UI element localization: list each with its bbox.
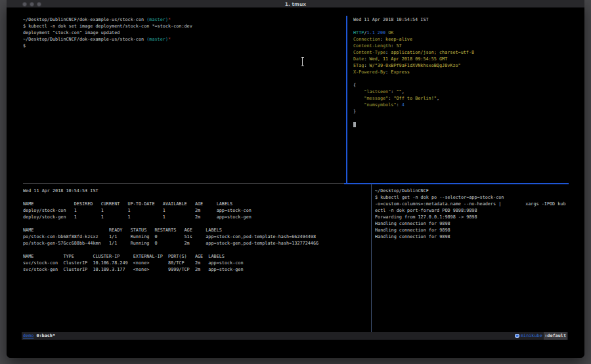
terminal-line: Handling connection for 9898 [375,220,584,227]
terminal-line: ~/Desktop/DublinCNCF [375,188,584,194]
tmux-session-name[interactable]: demo [23,332,33,340]
terminal-line: "message": "Off to Berlin!", [353,95,570,102]
terminal-text-segment: : [380,37,385,42]
terminal-line: Wed 11 Apr 2018 10:54:54 IST [353,16,570,23]
terminal-text-segment: "numsymbols" [353,102,396,108]
tmux-terminal: ~/Desktop/DublinCNCF/dok-example-us/stoc… [7,8,584,358]
terminal-line: Handling connection for 9898 [375,233,584,240]
terminal-line: } [353,108,570,115]
terminal-text-segment: (master) [146,17,168,22]
terminal-line: $ kubectl get -n dok po --selector=app=s… [375,194,584,201]
kube-context-label: minikube [521,332,542,340]
terminal-line: Handling connection for 9898 [375,227,584,233]
terminal-window: 1. tmux ~/Desktop/DublinCNCF/dok-example… [7,0,584,358]
terminal-text-segment: * [168,17,171,22]
terminal-line: po/stock-gen-576cc688bb-44kmn 1/1 Runnin… [23,240,370,247]
terminal-line [23,247,370,253]
terminal-line: svc/stock-gen ClusterIP 10.109.3.177 <no… [23,266,370,273]
terminal-text-segment: W/"39-0xBPf9aF1dXVNkhsxoBQgJ8vKzo" [370,63,461,68]
terminal-line [23,220,370,227]
terminal-line: HTTP/1.1 200 OK [353,30,570,36]
terminal-line: deployment "stock-con" image updated [23,30,346,36]
pane-border-vertical-active[interactable] [346,16,347,183]
terminal-line [353,121,570,128]
kubernetes-helm-icon [515,334,519,338]
terminal-line: Content-Type: application/json; charset=… [353,49,570,56]
kube-namespace-label: :default [544,332,567,340]
terminal-line: Wed 11 Apr 2018 10:54:53 IST [23,188,370,194]
terminal-text-segment: : [396,102,401,108]
terminal-line [353,115,570,121]
pane-shell-kubectl-set-image[interactable]: ~/Desktop/DublinCNCF/dok-example-us/stoc… [23,16,346,180]
terminal-text-segment: , [437,96,439,101]
pane-border-horizontal-active[interactable] [344,183,569,184]
terminal-text-segment: Wed, 11 Apr 2018 09:54:55 GMT [370,56,448,62]
terminal-line: ~/Desktop/DublinCNCF/dok-example-us/stoc… [23,16,346,23]
terminal-text-segment: Connection [353,37,380,42]
terminal-text-segment: application/json; charset=utf-8 [391,50,474,55]
pane-port-forward-log[interactable]: ~/Desktop/DublinCNCF$ kubectl get -n dok… [375,188,584,329]
terminal-text-segment: Date [353,56,364,62]
terminal-line: ~/Desktop/DublinCNCF/dok-example-us/stoc… [23,36,346,43]
screen: 1. tmux ~/Desktop/DublinCNCF/dok-example… [0,0,591,364]
terminal-line: NAME READY STATUS RESTARTS AGE LABELS [23,227,370,233]
terminal-line: ETag: W/"39-0xBPf9aF1dXVNkhsxoBQgJ8vKzo" [353,62,570,69]
terminal-text-segment: 1.1 200 [366,30,385,35]
terminal-text-segment: Content-Length [353,43,391,49]
terminal-line [23,194,370,201]
terminal-line: deploy/stock-gen 1 1 1 1 2m app=stock-ge… [23,214,370,220]
terminal-text-segment: keep-alive [385,37,412,42]
terminal-line: X-Powered-By: Express [353,69,570,75]
terminal-text-segment: HTTP [353,30,364,35]
terminal-line: $ [23,43,346,49]
terminal-line: Content-Length: 57 [353,43,570,49]
tmux-status-bar: demo 0:bash* minikube :default [22,332,568,340]
terminal-line: "numsymbols": 4 [353,102,570,108]
terminal-line: po/stock-con-bb68f88fd-kzsxz 1/1 Running… [23,233,370,240]
terminal-text-segment: : [364,56,369,62]
terminal-line: Forwarding from 127.0.0.1:9898 -> 9898 [375,214,584,220]
terminal-line: Connection: keep-alive [353,36,570,43]
terminal-line: NAME DESIRED CURRENT UP-TO-DATE AVAILABL… [23,201,370,207]
terminal-line: NAME TYPE CLUSTER-IP EXTERNAL-IP PORT(S)… [23,253,370,260]
terminal-line [353,23,570,30]
terminal-text-segment: ~/Desktop/DublinCNCF/dok-example-us/stoc… [23,37,146,42]
ibeam-mouse-cursor [301,57,304,66]
terminal-text-segment: "lastseen" [353,89,391,94]
window-titlebar[interactable]: 1. tmux [7,0,584,8]
terminal-text-segment: X-Powered-By [353,70,385,75]
terminal-line: "lastseen": "", [353,89,570,95]
terminal-text-segment: : [364,63,369,68]
terminal-line: deploy/stock-con 1 1 1 1 2m app=stock-co… [23,207,370,214]
terminal-line: -o=custom-columns=:metadata.name --no-he… [375,201,584,207]
terminal-text-segment: "message" [353,96,388,101]
status-right: minikube :default [515,332,567,340]
tmux-window-label[interactable]: 0:bash* [36,332,55,340]
status-left: demo 0:bash* [23,332,55,340]
pane-border-vertical-inactive[interactable] [371,184,372,332]
terminal-line: Date: Wed, 11 Apr 2018 09:54:55 GMT [353,56,570,62]
terminal-text-segment: OK [388,30,393,35]
terminal-text-segment: , [402,89,405,94]
terminal-line [353,75,570,82]
terminal-text-segment: * [168,37,171,42]
terminal-text-segment: Content-Type [353,50,385,55]
terminal-text-segment: 4 [402,102,405,108]
terminal-line: svc/stock-con ClusterIP 10.106.78.249 <n… [23,260,370,266]
pane-http-response[interactable]: Wed 11 Apr 2018 10:54:54 ISTHTTP/1.1 200… [353,16,570,180]
terminal-block-cursor [353,122,356,127]
terminal-text-segment: "" [396,89,401,94]
terminal-text-segment: (master) [146,37,168,42]
pane-kubectl-get-watch[interactable]: Wed 11 Apr 2018 10:54:53 ISTNAME DESIRED… [23,188,370,329]
terminal-text-segment: ETag [353,63,364,68]
terminal-text-segment: "Off to Berlin!" [393,96,436,101]
terminal-line: $ kubectl -n dok set image deployment/st… [23,23,346,30]
terminal-line: { [353,82,570,89]
terminal-text-segment: Express [391,70,410,75]
terminal-text-segment: ~/Desktop/DublinCNCF/dok-example-us/stoc… [23,17,146,22]
pane-border-horizontal-inactive[interactable] [23,183,344,184]
window-title: 1. tmux [7,1,584,7]
terminal-line: ectl -n dok port-forward POD 9898:9898 [375,207,584,214]
terminal-text-segment: 57 [396,43,401,49]
